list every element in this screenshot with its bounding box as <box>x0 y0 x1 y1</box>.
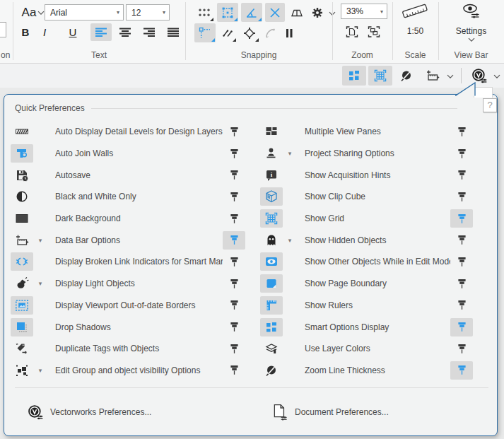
pin-toggle[interactable] <box>223 209 245 228</box>
fit-to-objects-button[interactable] <box>364 23 383 41</box>
view-settings-eye-icon[interactable] <box>460 2 481 21</box>
smart-options-toolbar-button[interactable] <box>342 66 366 86</box>
zoom-line-toolbar-button[interactable] <box>394 66 418 86</box>
angle-snap-button[interactable] <box>241 3 262 22</box>
underline-button[interactable]: U <box>64 23 82 41</box>
align-left-button[interactable] <box>90 23 112 41</box>
pin-toggle[interactable] <box>450 166 473 185</box>
align-center-button[interactable] <box>115 23 136 41</box>
zoom-line-icon[interactable] <box>260 361 283 380</box>
bold-button[interactable]: B <box>17 23 34 41</box>
view-panes-icon[interactable] <box>260 122 283 141</box>
flyout-arrow-icon[interactable]: ▾ <box>283 150 297 157</box>
auto-join-walls-icon[interactable] <box>11 144 33 163</box>
autosave-icon[interactable] <box>11 166 33 185</box>
align-justify-button[interactable] <box>163 23 184 41</box>
tangent-snap-button[interactable] <box>240 23 259 42</box>
ribbon: on Aa Arial ▾ 12 ▾ B I U Text <box>0 0 504 64</box>
pin-toggle[interactable] <box>223 144 245 163</box>
vectorworks-preferences-button[interactable]: Vectorworks Preferences... <box>27 404 271 421</box>
chevron-down-icon[interactable] <box>468 37 475 42</box>
show-grid-icon[interactable] <box>260 209 283 228</box>
viewport-border-icon[interactable] <box>11 296 33 315</box>
preferences-grid: Auto Display Detail Levels for Design La… <box>4 121 498 381</box>
align-right-button[interactable] <box>139 23 160 41</box>
drop-shadow-icon[interactable] <box>11 318 33 336</box>
pin-toggle[interactable] <box>450 252 473 271</box>
combo-arrow-icon[interactable]: ▾ <box>380 8 383 15</box>
font-size-combo[interactable]: 12 ▾ <box>126 4 170 21</box>
page-boundary-icon[interactable] <box>260 274 283 293</box>
scale-value[interactable]: 1:50 <box>392 26 438 36</box>
pin-toggle[interactable] <box>223 361 245 380</box>
zoom-level-combo[interactable]: 33% ▾ <box>341 4 387 19</box>
pin-toggle[interactable] <box>450 361 473 380</box>
pin-toggle[interactable] <box>450 187 473 206</box>
pin-toggle[interactable] <box>450 144 473 163</box>
pin-toggle[interactable] <box>450 122 473 141</box>
flyout-arrow-icon[interactable]: ▾ <box>33 367 47 374</box>
pin-toggle[interactable] <box>450 231 473 250</box>
light-objects-icon[interactable] <box>11 274 33 293</box>
layer-colors-icon[interactable] <box>260 339 283 358</box>
pin-toggle[interactable] <box>450 318 473 336</box>
combo-arrow-icon[interactable]: ▾ <box>117 9 119 16</box>
help-button[interactable]: ? <box>483 98 497 112</box>
object-snap-button[interactable] <box>217 3 238 22</box>
pin-toggle[interactable] <box>223 318 245 336</box>
smart-edge-button[interactable] <box>194 23 216 42</box>
rulers-icon[interactable] <box>260 296 283 315</box>
text-style-button[interactable]: Aa <box>18 4 48 22</box>
flyout-arrow-icon[interactable]: ▾ <box>283 237 297 244</box>
italic-button[interactable]: I <box>36 23 53 41</box>
smart-points-button[interactable] <box>218 23 237 42</box>
project-sharing-icon[interactable] <box>260 144 283 163</box>
black-white-icon[interactable] <box>11 187 33 206</box>
flyout-arrow-icon[interactable]: ▾ <box>33 280 47 287</box>
edit-group-icon[interactable] <box>11 361 33 380</box>
duplicate-tags-icon[interactable] <box>11 339 33 358</box>
pin-toggle[interactable] <box>223 166 245 185</box>
pin-toggle[interactable] <box>223 252 245 271</box>
partial-combo[interactable] <box>0 22 6 37</box>
pin-toggle[interactable] <box>450 296 473 315</box>
ruler-icon[interactable] <box>399 4 430 19</box>
pin-toggle[interactable] <box>450 274 473 293</box>
gear-button[interactable] <box>309 3 326 22</box>
smart-edge-icon <box>198 26 212 40</box>
pref-label: Edit Group and object visibility Options <box>55 365 223 375</box>
document-preferences-button[interactable]: Document Preferences... <box>271 404 389 421</box>
arc-snap-button[interactable] <box>262 23 279 42</box>
show-others-icon[interactable] <box>260 252 283 271</box>
dark-background-icon[interactable] <box>11 209 33 228</box>
detail-levels-icon[interactable] <box>11 122 33 141</box>
show-grid-toolbar-button[interactable] <box>368 66 392 86</box>
pin-toggle[interactable] <box>223 339 245 358</box>
chevron-down-icon[interactable] <box>447 69 454 82</box>
broken-link-icon[interactable] <box>11 252 33 271</box>
hidden-objects-icon[interactable] <box>260 231 283 250</box>
pause-button[interactable] <box>282 23 296 42</box>
pin-toggle[interactable] <box>450 209 473 228</box>
grid-snap-button[interactable] <box>194 3 214 22</box>
pin-toggle[interactable] <box>223 296 245 315</box>
smart-options-icon[interactable] <box>260 318 283 336</box>
pin-toggle[interactable] <box>223 231 245 250</box>
pin-toggle[interactable] <box>223 187 245 206</box>
callout-corner <box>474 87 493 98</box>
acquisition-hints-icon[interactable] <box>260 166 283 185</box>
data-bar-toolbar-button[interactable] <box>421 66 445 86</box>
pin-toggle[interactable] <box>223 122 245 141</box>
clip-cube-icon[interactable] <box>260 187 283 206</box>
fit-to-page-button[interactable] <box>342 23 361 41</box>
data-bar-icon[interactable] <box>11 231 33 250</box>
pin-toggle[interactable] <box>223 274 245 293</box>
view-bar-settings-button[interactable]: Settings <box>438 26 504 36</box>
x-snap-button[interactable] <box>265 3 285 22</box>
font-family-combo[interactable]: Arial ▾ <box>45 4 124 21</box>
combo-arrow-icon[interactable]: ▾ <box>163 9 165 16</box>
split-panes-button[interactable] <box>288 3 306 22</box>
pin-toggle[interactable] <box>450 339 473 358</box>
flyout-arrow-icon[interactable]: ▾ <box>33 237 47 244</box>
chevron-down-icon[interactable] <box>493 69 500 82</box>
